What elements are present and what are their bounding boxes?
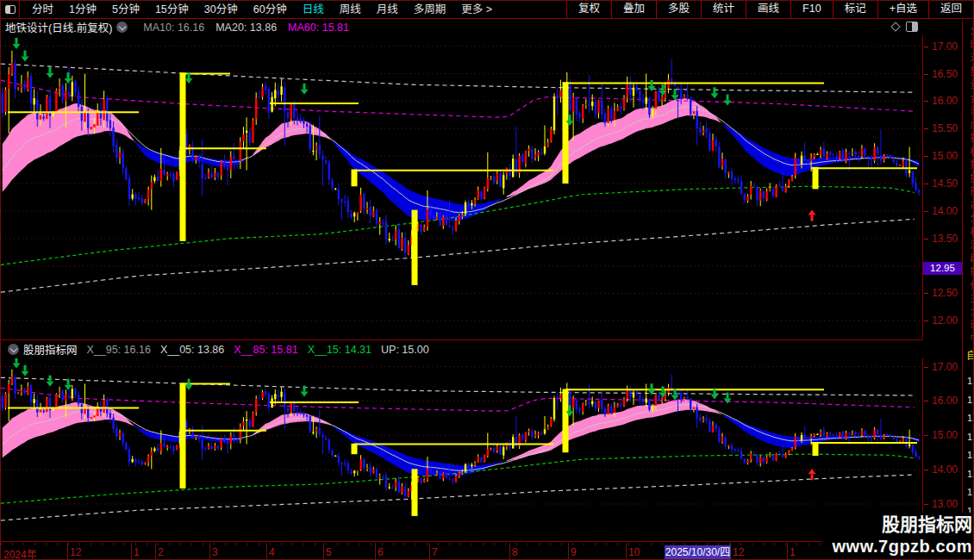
indicator-values: X__95: 16.16X__05: 13.86X__85: 15.81X__1…	[78, 344, 429, 356]
tab-15分钟[interactable]: 15分钟	[147, 1, 197, 18]
toolbar-button-叠加[interactable]: 叠加	[611, 1, 656, 18]
time-axis-label: 5	[326, 546, 332, 558]
current-date-highlight: 2025/10/30/四	[665, 545, 731, 559]
time-axis-label: 12	[733, 546, 744, 558]
price-axis-label: 14.00	[923, 205, 962, 217]
time-axis-label: 6	[378, 546, 384, 558]
time-axis-separator	[375, 543, 376, 559]
ma-label: MA10: 16.16	[143, 22, 204, 34]
time-axis-label: 7	[432, 546, 438, 558]
indicator-chevron-icon[interactable]	[8, 344, 19, 355]
last-price-badge: 12.95	[923, 262, 962, 275]
price-axis-label: 16.00	[923, 395, 962, 407]
ma-label: MA60: 15.81	[288, 22, 349, 34]
time-axis-separator	[429, 543, 430, 559]
time-axis-separator	[323, 543, 324, 559]
indicator-value: UP: 15.00	[381, 344, 429, 356]
toolbar-button-+自选[interactable]: +自选	[877, 1, 928, 18]
ma-values: MA10: 16.16MA20: 13.86MA60: 15.81	[132, 22, 349, 34]
toolbar-button-复权[interactable]: 复权	[566, 1, 611, 18]
price-axis-label: 15.50	[923, 122, 962, 134]
period-tabs: 分时1分钟5分钟15分钟30分钟60分钟日线周线月线多周期更多 >	[20, 1, 500, 18]
tab-分时[interactable]: 分时	[24, 1, 61, 18]
price-axis-label: 17.00	[923, 40, 962, 53]
price-axis-label: 17.00	[923, 361, 962, 373]
sidebar-vertical-text: 分时走势资金流向指标数据形态分析波段操作主力动向	[967, 26, 974, 339]
price-axis-label: 13.00	[923, 498, 962, 510]
tab-1分钟[interactable]: 1分钟	[61, 1, 104, 18]
price-axis-label: 13.50	[923, 233, 962, 245]
titlebar-icons	[892, 22, 918, 32]
price-axis-label: 12.50	[923, 287, 962, 299]
watermark: 股朋指标网 www.7gpzb.com	[821, 513, 974, 560]
time-axis-label: 2024年	[3, 546, 37, 560]
layout-split-icon[interactable]	[1, 1, 20, 18]
indicator-header: 股朋指标网 X__95: 16.16X__05: 13.86X__85: 15.…	[1, 339, 922, 358]
time-axis-label: 8	[512, 546, 518, 558]
indicator-value: X__15: 14.31	[308, 344, 371, 356]
toolbar-button-F10[interactable]: F10	[790, 1, 833, 18]
toolbar-button-统计[interactable]: 统计	[701, 1, 746, 18]
price-axis-label: 15.00	[923, 150, 962, 162]
price-axis-label: 16.00	[923, 95, 962, 107]
right-sidebar-strip[interactable]: 分时走势资金流向指标数据形态分析波段操作主力动向 自 11111111	[962, 19, 974, 560]
tab-更多 >[interactable]: 更多 >	[453, 1, 500, 18]
chart-title-bar: 地铁设计(日线.前复权) MA10: 16.16MA20: 13.86MA60:…	[1, 19, 922, 35]
top-toolbar: 分时1分钟5分钟15分钟30分钟60分钟日线周线月线多周期更多 > 复权叠加多股…	[1, 1, 973, 19]
time-axis-label: 4	[269, 546, 275, 558]
tab-月线[interactable]: 月线	[369, 1, 406, 18]
watermark-name: 股朋指标网	[821, 513, 972, 536]
stock-title[interactable]: 地铁设计(日线.前复权)	[5, 19, 112, 35]
toolbar-button-标记[interactable]: 标记	[833, 1, 877, 18]
time-axis-separator	[509, 543, 510, 559]
indicator-value: X__85: 15.81	[234, 344, 297, 356]
window-split-icon[interactable]	[906, 22, 918, 32]
time-axis-label: 3	[212, 546, 218, 558]
diamond-icon[interactable]	[890, 22, 900, 31]
price-axis-label: 15.00	[923, 429, 962, 441]
time-axis-separator	[266, 543, 267, 559]
time-axis-label: 2	[158, 546, 164, 558]
time-axis-label: 10	[628, 546, 640, 558]
price-axis-label: 14.50	[923, 177, 962, 190]
time-axis-separator	[67, 543, 68, 559]
time-axis-separator	[568, 543, 569, 559]
indicator-name[interactable]: 股朋指标网	[23, 341, 78, 358]
sidebar-tag: 自	[966, 347, 974, 362]
tab-日线[interactable]: 日线	[295, 1, 332, 18]
tab-60分钟[interactable]: 60分钟	[246, 1, 295, 18]
time-axis-label: 12	[70, 546, 81, 558]
indicator-value: X__05: 13.86	[160, 344, 224, 356]
main-chart-canvas[interactable]	[1, 35, 922, 339]
indicator-value: X__95: 16.16	[87, 344, 151, 356]
price-axis-label: 12.00	[923, 314, 962, 327]
indicator-chart-canvas[interactable]	[1, 358, 922, 541]
tab-30分钟[interactable]: 30分钟	[197, 1, 246, 18]
time-axis-label: 9	[571, 546, 577, 558]
watermark-url: www.7gpzb.com	[821, 536, 972, 557]
time-axis-label: 1	[790, 546, 796, 558]
time-axis-separator	[155, 543, 156, 559]
price-axis-label: 16.50	[923, 68, 962, 80]
toolbar-button-返回[interactable]: 返回	[928, 1, 973, 18]
tab-周线[interactable]: 周线	[332, 1, 369, 18]
toolbar-button-多股[interactable]: 多股	[656, 1, 701, 18]
ma-label: MA20: 13.86	[215, 22, 277, 34]
toolbar-button-画线[interactable]: 画线	[746, 1, 790, 18]
main-price-axis[interactable]: 17.0016.5016.0015.5015.0014.5014.0013.50…	[922, 35, 962, 339]
time-axis-separator	[626, 543, 627, 559]
toolbar-buttons: 复权叠加多股统计画线F10标记+自选返回	[566, 1, 973, 18]
time-axis-separator	[131, 543, 132, 559]
time-axis-separator	[209, 543, 210, 559]
collapse-chevron-icon[interactable]	[116, 22, 128, 33]
time-axis-separator	[787, 543, 788, 559]
tab-多周期[interactable]: 多周期	[406, 1, 454, 18]
price-axis-label: 14.00	[923, 464, 962, 476]
tab-5分钟[interactable]: 5分钟	[104, 1, 147, 18]
app-window: 分时1分钟5分钟15分钟30分钟60分钟日线周线月线多周期更多 > 复权叠加多股…	[0, 0, 974, 560]
time-axis-label: 1	[134, 546, 140, 558]
